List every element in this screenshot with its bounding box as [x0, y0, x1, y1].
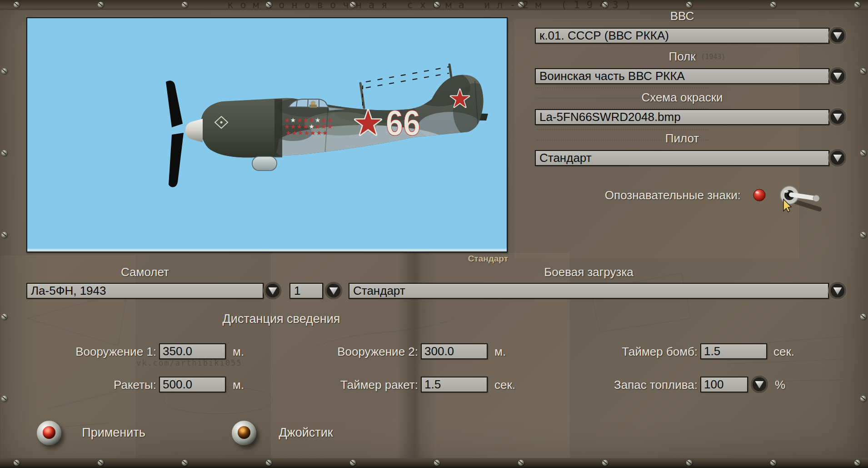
screw-icon [14, 460, 20, 466]
rocket-timer-input[interactable] [421, 377, 488, 393]
screw-icon [770, 460, 776, 466]
joystick-button-label: Джойстик [263, 426, 349, 440]
apply-button[interactable] [37, 421, 61, 445]
vvs-select[interactable]: к.01. СССР (ВВС РККА) [535, 28, 829, 44]
fuel-input[interactable] [700, 377, 748, 393]
skin-select[interactable]: La-5FN66SWRD2048.bmp [535, 109, 829, 125]
screw-icon [860, 150, 866, 156]
screw-icon [518, 2, 524, 8]
rocket-timer-label: Таймер ракет: [273, 378, 418, 392]
faded-dotted-line [536, 129, 709, 130]
rockets-label: Ракеты: [45, 378, 156, 392]
screw-icon [98, 2, 104, 8]
loadout-dropdown-button[interactable] [828, 281, 847, 300]
convergence-title: Дистанция сведения [145, 312, 418, 326]
screw-icon [266, 460, 272, 466]
bomb-timer-unit: сек. [773, 345, 794, 359]
screw-icon [602, 2, 608, 8]
aircraft-count-field[interactable]: 1 [289, 283, 323, 299]
joystick-button[interactable] [232, 421, 256, 445]
screw-icon [1, 150, 7, 156]
red-button-icon [43, 426, 55, 439]
loadout-select[interactable]: Стандарт [349, 283, 829, 299]
regiment-dropdown-button[interactable] [828, 66, 847, 86]
screw-icon [350, 460, 356, 466]
chevron-down-icon [269, 287, 277, 295]
rockets-unit: м. [233, 378, 244, 392]
rocket-timer-unit: сек. [494, 378, 515, 392]
aircraft-preview-pane: ★★★★★★★★ ★★★★★★★★ ★★★★★★★ 66 [26, 17, 508, 252]
chevron-down-icon [329, 287, 338, 295]
screw-icon [266, 2, 272, 8]
chevron-down-icon [833, 287, 842, 295]
chevron-down-icon [833, 114, 842, 121]
screw-icon [98, 460, 104, 466]
regiment-label: Полк [535, 50, 829, 64]
screw-icon [686, 2, 692, 8]
loadout-label: Боевая загрузка [349, 265, 829, 279]
apply-button-label: Применить [68, 426, 159, 440]
weapon2-input[interactable] [421, 343, 488, 359]
screw-icon [854, 2, 860, 8]
weapon2-label: Вооружение 2: [273, 345, 418, 359]
weapon1-input[interactable] [159, 343, 226, 359]
aircraft-select[interactable]: Ла-5ФН, 1943 [26, 283, 264, 299]
screw-icon [350, 2, 356, 8]
screw-icon [1, 314, 7, 320]
indicator-lamp [753, 189, 765, 201]
aircraft-dropdown-button[interactable] [263, 281, 282, 300]
aircraft-side-view: ★★★★★★★★ ★★★★★★★★ ★★★★★★★ 66 [27, 18, 507, 252]
chevron-down-icon [833, 73, 842, 80]
amber-button-icon [238, 426, 250, 439]
count-dropdown-button[interactable] [324, 281, 343, 300]
markings-label: Опознавательные знаки: [536, 188, 741, 202]
skin-label: Схема окраски [535, 91, 829, 105]
screw-icon [14, 2, 20, 8]
pilot-select[interactable]: Стандарт [535, 150, 829, 166]
screw-icon [686, 460, 692, 466]
fuel-dropdown-button[interactable] [750, 375, 769, 394]
markings-toggle[interactable] [748, 180, 843, 216]
screw-icon [860, 232, 866, 238]
chevron-down-icon [755, 381, 764, 388]
rockets-input[interactable] [159, 377, 226, 393]
pilot-label: Пилот [535, 131, 829, 146]
bomb-timer-label: Таймер бомб: [552, 345, 698, 359]
screw-icon [1, 68, 7, 74]
screw-icon [602, 460, 608, 466]
weapon2-unit: м. [494, 345, 506, 359]
screw-icon [854, 460, 860, 466]
svg-text:★★★★★★★: ★★★★★★★ [285, 129, 329, 136]
aircraft-arming-screen: Ил-2М (1943) vk.com/arthibiki055 компоно… [0, 0, 868, 468]
screw-icon [860, 396, 866, 402]
board-number: 66 [386, 103, 420, 143]
weapon1-label: Вооружение 1: [45, 345, 156, 359]
faded-dotted-line [536, 87, 709, 88]
fuel-label: Запас топлива: [552, 378, 698, 392]
regiment-select[interactable]: Воинская часть ВВС РККА [535, 68, 829, 84]
screw-icon [182, 2, 188, 8]
weapon1-unit: м. [233, 345, 244, 359]
screw-icon [770, 2, 776, 8]
aircraft-label: Самолет [26, 265, 264, 279]
bomb-timer-input[interactable] [700, 343, 767, 359]
screw-icon [434, 2, 440, 8]
screw-icon [860, 68, 866, 74]
screw-icon [182, 460, 188, 466]
pilot-dropdown-button[interactable] [828, 148, 847, 167]
screw-icon [860, 314, 866, 320]
screw-icon [1, 396, 7, 402]
vvs-label: ВВС [535, 9, 829, 23]
background-blueprint-title: компоновочная схема ил-2м (1943) [227, 0, 638, 10]
skin-dropdown-button[interactable] [828, 107, 847, 126]
screw-icon [434, 460, 440, 466]
fuel-unit: % [775, 378, 785, 392]
chevron-down-icon [833, 32, 842, 40]
chevron-down-icon [833, 155, 842, 162]
screw-icon [1, 232, 7, 238]
vvs-dropdown-button[interactable] [828, 26, 847, 45]
screw-icon [518, 460, 524, 466]
preview-caption: Стандарт [400, 254, 508, 264]
watermark-text: vk.com/arthibiki055 [136, 358, 242, 367]
